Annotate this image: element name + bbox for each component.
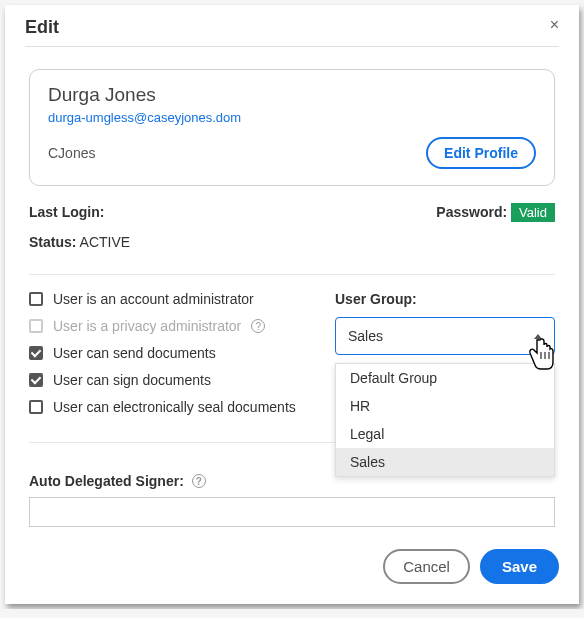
checkbox-send-docs[interactable] [29, 346, 43, 360]
checkbox-privacy-admin [29, 319, 43, 333]
modal-title: Edit [25, 17, 59, 38]
user-group-selected-value: Sales [348, 328, 383, 344]
help-icon[interactable]: ? [192, 474, 206, 488]
group-option-sales[interactable]: Sales [336, 448, 554, 476]
edit-profile-button[interactable]: Edit Profile [426, 137, 536, 169]
perm-account-admin-label: User is an account administrator [53, 291, 254, 307]
group-option-legal[interactable]: Legal [336, 420, 554, 448]
password-status-badge: Valid [511, 203, 555, 222]
status-label: Status: [29, 234, 76, 250]
user-full-name: Durga Jones [48, 84, 536, 106]
user-group-dropdown: Default Group HR Legal Sales [335, 363, 555, 477]
status-value: ACTIVE [80, 234, 131, 250]
edit-user-modal: Edit × Durga Jones durga-umgless@caseyjo… [5, 5, 579, 604]
help-icon[interactable]: ? [251, 319, 265, 333]
save-button[interactable]: Save [480, 549, 559, 584]
user-username: CJones [48, 145, 95, 161]
perm-seal-label: User can electronically seal documents [53, 399, 296, 415]
group-option-default[interactable]: Default Group [336, 364, 554, 392]
user-group-label: User Group: [335, 291, 555, 307]
group-option-hr[interactable]: HR [336, 392, 554, 420]
checkbox-account-admin[interactable] [29, 292, 43, 306]
checkbox-sign-docs[interactable] [29, 373, 43, 387]
modal-footer: Cancel Save [25, 549, 559, 584]
user-email[interactable]: durga-umgless@caseyjones.dom [48, 110, 536, 125]
divider [29, 274, 555, 275]
auto-delegate-label: Auto Delegated Signer: [29, 473, 184, 489]
close-icon[interactable]: × [550, 17, 559, 33]
perm-send-label: User can send documents [53, 345, 216, 361]
perm-privacy-admin-label: User is a privacy administrator [53, 318, 241, 334]
permissions-list: User is an account administrator User is… [29, 291, 315, 426]
password-label: Password: [436, 204, 507, 220]
profile-card: Durga Jones durga-umgless@caseyjones.dom… [29, 69, 555, 186]
user-group-select[interactable]: Sales [335, 317, 555, 355]
chevron-up-icon [534, 334, 542, 339]
cancel-button[interactable]: Cancel [383, 549, 470, 584]
last-login-label: Last Login: [29, 204, 104, 220]
auto-delegate-input[interactable] [29, 497, 555, 527]
perm-sign-label: User can sign documents [53, 372, 211, 388]
checkbox-seal-docs[interactable] [29, 400, 43, 414]
modal-header: Edit × [25, 17, 559, 47]
